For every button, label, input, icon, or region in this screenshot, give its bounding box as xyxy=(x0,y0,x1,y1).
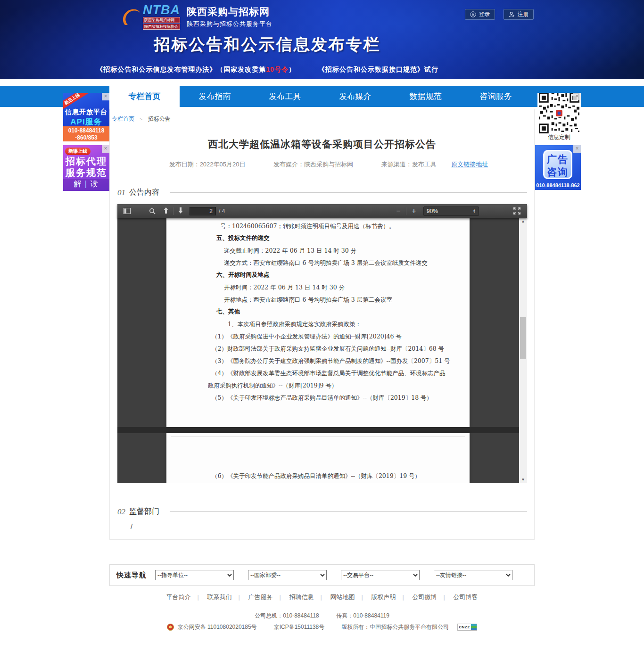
pdf-page-3: （6）《关于印发节能产品政府采购品目清单的通知》--（财库〔2019〕19 号） xyxy=(166,433,470,483)
zoom-in-icon[interactable]: + xyxy=(408,207,420,215)
toolbar-divider xyxy=(406,207,406,215)
tab-data-standards[interactable]: 数据规范 xyxy=(390,86,461,107)
close-icon[interactable]: × xyxy=(573,93,581,100)
meta-publish-date: 发布日期：2022年05月20日 xyxy=(169,161,246,168)
site-name: 陕西采购与招标网 xyxy=(187,5,272,18)
footer-copyright-owner: 版权所有：中国招标公共服务平台有限公司 xyxy=(341,623,449,631)
notice-highlight: 10号令 xyxy=(266,66,289,73)
sidebar-toggle-icon[interactable] xyxy=(121,206,132,216)
section-title: 监督部门 xyxy=(129,507,159,517)
search-icon[interactable] xyxy=(147,206,158,216)
tab-publish-guide[interactable]: 发布指南 xyxy=(180,86,250,107)
ad-consult-box: 广告咨询 xyxy=(543,150,572,179)
main-content: 专栏首页 ＞ 招标公告 西北大学超低温冰箱等设备采购项目公开招标公告 发布日期：… xyxy=(109,109,535,540)
notice-regulation-2: 《招标公告和公示数据接口规范》试行 xyxy=(318,66,438,73)
pdf-page-2-text: 号：102460065607；转账时须注明项目编号及用途（标书费）。 五、投标文… xyxy=(166,218,470,403)
footer-link-blog[interactable]: 公司博客 xyxy=(454,593,478,601)
login-button[interactable]: 登录 xyxy=(465,9,495,20)
select-friend-links[interactable]: --友情链接-- xyxy=(434,570,512,580)
footer-link-contact[interactable]: 联系我们 xyxy=(207,593,246,601)
ad-advertising-consult[interactable]: × 广告咨询 010-88484118-862 xyxy=(535,145,581,190)
login-label: 登录 xyxy=(479,10,490,18)
cnzz-counter-badge[interactable]: CNZZ xyxy=(457,624,477,631)
ad-course-badge: 新课上线 xyxy=(65,148,91,155)
close-icon[interactable]: × xyxy=(102,93,109,100)
section-title: 公告内容 xyxy=(129,188,159,198)
zoom-controls: − + 90% ▲▼ xyxy=(393,206,483,216)
original-link[interactable]: 原文链接地址 xyxy=(451,161,488,168)
breadcrumb-separator: ＞ xyxy=(139,116,143,122)
login-person-circle-icon xyxy=(470,11,476,17)
breadcrumb-home-link[interactable]: 专栏首页 xyxy=(112,115,134,122)
scroll-up-icon[interactable]: ▲ xyxy=(519,218,527,225)
site-footer: 平台简介 联系我们 广告服务 招聘信息 网站地图 版权声明 公司微博 公司博客 … xyxy=(0,593,644,631)
footer-legal-line: 京公网安备 11010802020185号 京ICP备15011138号 版权所… xyxy=(0,623,644,631)
scrollbar-thumb[interactable] xyxy=(520,317,526,359)
article-meta: 发布日期：2022年05月20日 发布媒介：陕西采购与招标网 来源渠道：发布工具… xyxy=(110,160,534,169)
section-supervision-header: 02 监督部门 xyxy=(117,507,527,517)
ad-agency-course[interactable]: × 新课上线 招标代理服务规范 解｜读 xyxy=(63,145,109,191)
footer-link-weibo[interactable]: 公司微博 xyxy=(413,593,452,601)
ad-api-line2: API服务 xyxy=(63,116,109,127)
police-badge-icon xyxy=(167,624,174,631)
zoom-out-icon[interactable]: − xyxy=(393,207,404,215)
tab-consulting[interactable]: 咨询服务 xyxy=(461,86,531,107)
footer-link-copyright[interactable]: 版权声明 xyxy=(372,593,411,601)
scroll-down-icon[interactable]: ▼ xyxy=(519,477,527,483)
meta-publish-media: 发布媒介：陕西采购与招标网 xyxy=(273,161,353,168)
footer-links: 平台简介 联系我们 广告服务 招聘信息 网站地图 版权声明 公司微博 公司博客 xyxy=(0,593,644,601)
pdf-page-separator xyxy=(117,427,519,433)
quick-nav-bar: 快速导航 --指导单位-- --国家部委-- --交易平台-- --友情链接-- xyxy=(109,564,535,586)
section-rule xyxy=(170,192,527,193)
site-subtitle: 陕西采购与招标公共服务平台 xyxy=(187,20,272,28)
supervision-content: / xyxy=(131,522,132,530)
tab-column-home[interactable]: 专栏首页 xyxy=(109,86,180,109)
logo-ntba: NTBA xyxy=(143,4,180,16)
select-trading-platforms[interactable]: --交易平台-- xyxy=(341,570,420,580)
quick-nav-label: 快速导航 xyxy=(116,571,147,580)
logo-swoosh-icon xyxy=(120,6,142,28)
page-down-icon[interactable] xyxy=(175,207,186,215)
page: NTBA 陕西采购与招标网 陕西省招标投标协会 陕西采购与招标网 陕西采购与招标… xyxy=(0,0,644,667)
pdf-canvas-area[interactable]: 号：102460065607；转账时须注明项目编号及用途（标书费）。 五、投标文… xyxy=(117,218,527,483)
fullscreen-icon[interactable] xyxy=(511,206,522,216)
ad-qr-code[interactable]: × xyxy=(537,93,581,141)
section-number: 02 xyxy=(117,507,125,517)
footer-link-about[interactable]: 平台简介 xyxy=(166,593,205,601)
breadcrumb: 专栏首页 ＞ 招标公告 xyxy=(112,115,171,123)
ad-course-footer: 解｜读 xyxy=(63,179,109,191)
breadcrumb-current: 招标公告 xyxy=(148,115,171,122)
page-up-icon[interactable] xyxy=(161,207,171,215)
tab-publish-tools[interactable]: 发布工具 xyxy=(250,86,320,107)
footer-icp[interactable]: 京ICP备15011138号 xyxy=(274,623,325,631)
site-titles: 陕西采购与招标网 陕西采购与招标公共服务平台 xyxy=(187,5,272,28)
ad-api-service[interactable]: × 新品上线 信息开放平台 API服务 010-88484118-860/853 xyxy=(63,93,109,141)
section-announcement-header: 01 公告内容 xyxy=(117,188,527,198)
hero-notices: 《招标公告和公示信息发布管理办法》（国家发改委第10号令） 《招标公告和公示数据… xyxy=(0,66,535,74)
footer-phone: 公司总机：010-88484118 xyxy=(255,612,319,619)
page-number-input[interactable] xyxy=(190,207,216,215)
cnzz-stripes xyxy=(471,624,477,630)
footer-link-ads[interactable]: 广告服务 xyxy=(248,593,287,601)
register-person-icon xyxy=(509,11,515,17)
site-logo[interactable]: NTBA 陕西采购与招标网 陕西省招标投标协会 陕西采购与招标网 陕西采购与招标… xyxy=(120,4,272,30)
notice-regulation-1: 《招标公告和公示信息发布管理办法》（国家发改委第10号令） xyxy=(96,66,296,73)
ad-api-line1: 信息开放平台 xyxy=(63,108,109,116)
select-guiding-units[interactable]: --指导单位-- xyxy=(155,570,234,580)
page-total-label: / 4 xyxy=(219,208,225,214)
footer-link-jobs[interactable]: 招聘信息 xyxy=(289,593,328,601)
close-icon[interactable]: × xyxy=(102,145,109,153)
close-icon[interactable]: × xyxy=(573,145,581,153)
qr-caption: 信息定制 xyxy=(537,133,581,141)
select-ministries[interactable]: --国家部委-- xyxy=(248,570,327,580)
tab-publish-media[interactable]: 发布媒介 xyxy=(320,86,390,107)
footer-fax: 传真：010-88484119 xyxy=(336,612,389,619)
pdf-scrollbar[interactable]: ▲ ▼ xyxy=(519,218,527,483)
register-button[interactable]: 注册 xyxy=(504,9,534,20)
ad-course-title: 招标代理服务规范 xyxy=(63,156,109,178)
zoom-level-select[interactable]: 90% ▲▼ xyxy=(423,206,479,216)
footer-contact-line: 公司总机：010-88484118 传真：010-88484119 xyxy=(0,612,644,620)
select-caret-icon: ▲▼ xyxy=(473,209,476,214)
footer-link-sitemap[interactable]: 网站地图 xyxy=(330,593,370,601)
auth-buttons: 登录 注册 xyxy=(465,9,534,20)
